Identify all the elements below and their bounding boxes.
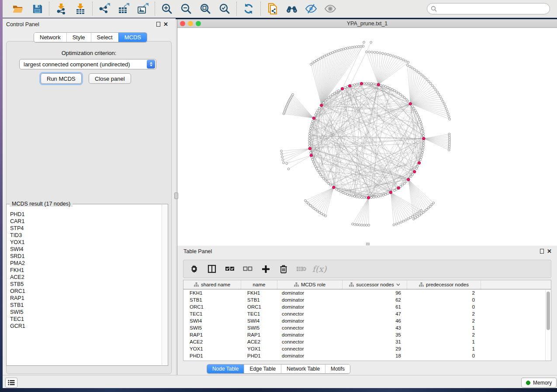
leaf-node[interactable] xyxy=(405,60,407,62)
table-scrollbar[interactable] xyxy=(545,290,550,361)
ring-node[interactable] xyxy=(336,91,338,93)
leaf-node[interactable] xyxy=(366,51,368,53)
leaf-node[interactable] xyxy=(420,210,422,212)
add-column-icon[interactable] xyxy=(260,264,271,274)
ring-node[interactable] xyxy=(422,144,425,147)
leaf-node[interactable] xyxy=(397,57,399,59)
ring-node[interactable] xyxy=(368,83,370,85)
ring-node[interactable] xyxy=(395,91,398,93)
leaf-node[interactable] xyxy=(402,220,405,222)
ring-node[interactable] xyxy=(324,179,326,181)
ring-node[interactable] xyxy=(394,189,396,192)
mcds-result-item[interactable]: SRD1 xyxy=(10,253,162,260)
open-session-icon[interactable] xyxy=(12,3,24,15)
leaf-node[interactable] xyxy=(379,52,381,54)
leaf-node[interactable] xyxy=(281,153,283,155)
ring-node[interactable] xyxy=(308,144,311,147)
leaf-node[interactable] xyxy=(340,48,342,51)
mcds-list-scrollbar[interactable] xyxy=(162,205,167,365)
mcds-result-item[interactable]: SWI4 xyxy=(10,246,162,253)
ring-node[interactable] xyxy=(387,193,389,195)
export-image-icon[interactable] xyxy=(137,3,149,15)
ring-node[interactable] xyxy=(353,84,356,86)
ring-node[interactable] xyxy=(391,89,394,91)
ring-node[interactable] xyxy=(380,195,382,197)
ring-node[interactable] xyxy=(361,196,363,199)
ring-node[interactable] xyxy=(420,156,422,158)
save-session-icon[interactable] xyxy=(31,3,43,15)
ring-node[interactable] xyxy=(415,112,418,114)
ring-node[interactable] xyxy=(366,83,368,85)
leaf-node[interactable] xyxy=(328,53,330,55)
leaf-node[interactable] xyxy=(433,87,435,89)
leaf-node[interactable] xyxy=(424,210,426,212)
leaf-node[interactable] xyxy=(413,218,415,220)
splitter-handle[interactable] xyxy=(174,193,178,199)
ring-node[interactable] xyxy=(421,154,423,156)
ring-node[interactable] xyxy=(380,84,382,86)
leaf-node[interactable] xyxy=(444,105,446,107)
import-table-icon[interactable] xyxy=(74,3,86,15)
leaf-node[interactable] xyxy=(428,207,430,209)
ring-node[interactable] xyxy=(358,196,360,199)
select-all-icon[interactable] xyxy=(225,264,235,274)
ring-node[interactable] xyxy=(382,85,384,87)
ring-node[interactable] xyxy=(346,86,349,88)
leaf-node[interactable] xyxy=(431,203,433,206)
ring-node[interactable] xyxy=(394,89,396,92)
column-header-shared-name[interactable]: shared name xyxy=(183,280,241,289)
ring-node[interactable] xyxy=(412,106,414,108)
ring-node[interactable] xyxy=(401,95,404,97)
mcds-hub-node[interactable] xyxy=(397,186,400,189)
mcds-hub-node[interactable] xyxy=(422,137,425,140)
leaf-node[interactable] xyxy=(322,214,325,216)
ring-node[interactable] xyxy=(414,110,416,112)
leaf-node[interactable] xyxy=(406,64,408,66)
ring-node[interactable] xyxy=(422,149,424,151)
import-network-icon[interactable] xyxy=(55,3,67,15)
ring-node[interactable] xyxy=(419,118,421,120)
ring-node[interactable] xyxy=(422,130,424,132)
leaf-node[interactable] xyxy=(329,52,332,55)
column-header-successor-nodes[interactable]: successor nodes xyxy=(343,280,407,289)
export-table-icon[interactable] xyxy=(118,3,130,15)
leaf-node[interactable] xyxy=(445,108,447,110)
leaf-node[interactable] xyxy=(318,211,321,213)
leaf-node[interactable] xyxy=(398,222,400,224)
ring-node[interactable] xyxy=(422,135,425,137)
leaf-node[interactable] xyxy=(315,209,317,211)
ring-node[interactable] xyxy=(377,196,380,198)
run-mcds-button[interactable]: Run MCDS xyxy=(41,73,82,84)
ring-node[interactable] xyxy=(344,193,346,195)
leaf-node[interactable] xyxy=(354,224,356,226)
ring-node[interactable] xyxy=(384,193,387,196)
leaf-node[interactable] xyxy=(317,210,319,212)
ring-node[interactable] xyxy=(421,125,423,127)
ring-node[interactable] xyxy=(384,86,387,88)
column-header-MCDS-role[interactable]: MCDS role xyxy=(277,280,343,289)
search-network-icon[interactable] xyxy=(286,3,298,15)
leaf-node[interactable] xyxy=(413,69,415,71)
leaf-node[interactable] xyxy=(338,49,340,52)
leaf-node[interactable] xyxy=(412,215,414,217)
leaf-node[interactable] xyxy=(346,47,349,49)
ring-node[interactable] xyxy=(417,114,419,116)
mcds-result-item[interactable]: STB5 xyxy=(10,281,162,288)
ring-node[interactable] xyxy=(407,100,409,102)
ring-node[interactable] xyxy=(309,132,311,134)
leaf-node[interactable] xyxy=(280,150,283,152)
leaf-node[interactable] xyxy=(313,207,315,210)
leaf-node[interactable] xyxy=(363,224,365,226)
mcds-result-item[interactable]: YOX1 xyxy=(10,239,162,246)
ring-node[interactable] xyxy=(312,161,315,163)
function-builder-icon[interactable]: f(x) xyxy=(314,264,325,274)
network-window-titlebar[interactable]: YPA_prune.txt_1 xyxy=(177,19,557,28)
table-row[interactable]: ACE2ACE2connector311 xyxy=(183,338,551,345)
ring-node[interactable] xyxy=(417,165,419,168)
hide-selected-icon[interactable] xyxy=(305,3,317,15)
ring-node[interactable] xyxy=(405,181,407,183)
leaf-node[interactable] xyxy=(332,52,334,54)
memory-button[interactable]: Memory xyxy=(521,378,557,388)
leaf-node[interactable] xyxy=(321,213,323,215)
ring-node[interactable] xyxy=(356,83,358,86)
